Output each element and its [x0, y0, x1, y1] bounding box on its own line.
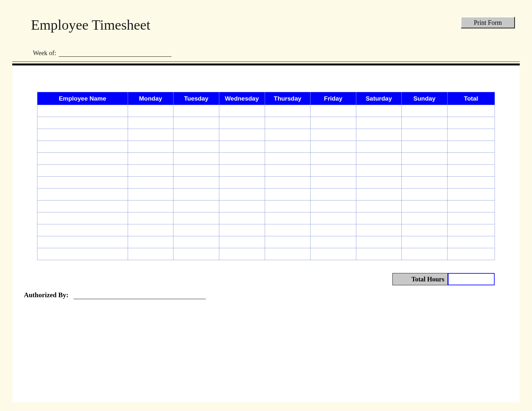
cell-wed[interactable]	[219, 117, 265, 129]
cell-total[interactable]	[447, 117, 495, 129]
cell-tue[interactable]	[173, 105, 219, 117]
cell-tue[interactable]	[173, 177, 219, 189]
cell-total[interactable]	[447, 248, 495, 260]
cell-tue[interactable]	[173, 248, 219, 260]
cell-sun[interactable]	[402, 212, 448, 224]
cell-fri[interactable]	[310, 212, 356, 224]
cell-tue[interactable]	[173, 129, 219, 141]
cell-tue[interactable]	[173, 224, 219, 236]
cell-fri[interactable]	[310, 236, 356, 248]
cell-thu[interactable]	[265, 212, 310, 224]
cell-wed[interactable]	[219, 224, 265, 236]
cell-wed[interactable]	[219, 212, 265, 224]
cell-thu[interactable]	[265, 189, 310, 201]
print-form-button[interactable]: Print Form	[461, 17, 515, 28]
cell-name[interactable]	[37, 165, 128, 177]
cell-sat[interactable]	[356, 248, 402, 260]
cell-sat[interactable]	[356, 105, 402, 117]
cell-sat[interactable]	[356, 129, 402, 141]
cell-thu[interactable]	[265, 129, 310, 141]
cell-name[interactable]	[37, 177, 128, 189]
cell-sun[interactable]	[402, 236, 448, 248]
cell-sun[interactable]	[402, 224, 448, 236]
cell-name[interactable]	[37, 224, 128, 236]
cell-sat[interactable]	[356, 236, 402, 248]
cell-name[interactable]	[37, 141, 128, 153]
cell-name[interactable]	[37, 129, 128, 141]
cell-name[interactable]	[37, 236, 128, 248]
cell-name[interactable]	[37, 105, 128, 117]
cell-mon[interactable]	[128, 141, 173, 153]
cell-fri[interactable]	[310, 201, 356, 212]
cell-fri[interactable]	[310, 224, 356, 236]
cell-wed[interactable]	[219, 141, 265, 153]
cell-tue[interactable]	[173, 153, 219, 165]
cell-tue[interactable]	[173, 165, 219, 177]
cell-mon[interactable]	[128, 129, 173, 141]
cell-sat[interactable]	[356, 165, 402, 177]
week-of-input[interactable]	[59, 50, 172, 57]
cell-name[interactable]	[37, 153, 128, 165]
cell-thu[interactable]	[265, 117, 310, 129]
cell-fri[interactable]	[310, 189, 356, 201]
cell-thu[interactable]	[265, 177, 310, 189]
cell-mon[interactable]	[128, 105, 173, 117]
cell-sun[interactable]	[402, 129, 448, 141]
cell-wed[interactable]	[219, 105, 265, 117]
cell-total[interactable]	[447, 201, 495, 212]
cell-wed[interactable]	[219, 165, 265, 177]
cell-thu[interactable]	[265, 105, 310, 117]
cell-name[interactable]	[37, 117, 128, 129]
cell-total[interactable]	[447, 212, 495, 224]
cell-wed[interactable]	[219, 201, 265, 212]
cell-sat[interactable]	[356, 177, 402, 189]
cell-sun[interactable]	[402, 189, 448, 201]
cell-mon[interactable]	[128, 212, 173, 224]
authorized-by-input[interactable]	[74, 292, 206, 299]
cell-fri[interactable]	[310, 177, 356, 189]
cell-total[interactable]	[447, 177, 495, 189]
cell-wed[interactable]	[219, 177, 265, 189]
cell-tue[interactable]	[173, 201, 219, 212]
cell-sun[interactable]	[402, 117, 448, 129]
cell-mon[interactable]	[128, 189, 173, 201]
cell-total[interactable]	[447, 153, 495, 165]
cell-thu[interactable]	[265, 141, 310, 153]
cell-total[interactable]	[447, 129, 495, 141]
cell-thu[interactable]	[265, 165, 310, 177]
cell-mon[interactable]	[128, 224, 173, 236]
cell-sun[interactable]	[402, 105, 448, 117]
cell-sun[interactable]	[402, 141, 448, 153]
cell-total[interactable]	[447, 236, 495, 248]
cell-tue[interactable]	[173, 141, 219, 153]
cell-total[interactable]	[447, 105, 495, 117]
cell-fri[interactable]	[310, 248, 356, 260]
cell-fri[interactable]	[310, 141, 356, 153]
cell-mon[interactable]	[128, 117, 173, 129]
cell-name[interactable]	[37, 189, 128, 201]
cell-tue[interactable]	[173, 212, 219, 224]
cell-tue[interactable]	[173, 189, 219, 201]
cell-sat[interactable]	[356, 117, 402, 129]
cell-fri[interactable]	[310, 117, 356, 129]
cell-mon[interactable]	[128, 153, 173, 165]
cell-sat[interactable]	[356, 189, 402, 201]
cell-sat[interactable]	[356, 201, 402, 212]
cell-total[interactable]	[447, 141, 495, 153]
cell-wed[interactable]	[219, 129, 265, 141]
cell-mon[interactable]	[128, 177, 173, 189]
cell-sun[interactable]	[402, 153, 448, 165]
cell-thu[interactable]	[265, 153, 310, 165]
cell-thu[interactable]	[265, 236, 310, 248]
cell-name[interactable]	[37, 201, 128, 212]
cell-fri[interactable]	[310, 105, 356, 117]
cell-total[interactable]	[447, 165, 495, 177]
cell-sat[interactable]	[356, 212, 402, 224]
cell-sat[interactable]	[356, 141, 402, 153]
cell-tue[interactable]	[173, 236, 219, 248]
cell-mon[interactable]	[128, 201, 173, 212]
cell-wed[interactable]	[219, 248, 265, 260]
cell-thu[interactable]	[265, 201, 310, 212]
cell-sun[interactable]	[402, 248, 448, 260]
cell-mon[interactable]	[128, 165, 173, 177]
